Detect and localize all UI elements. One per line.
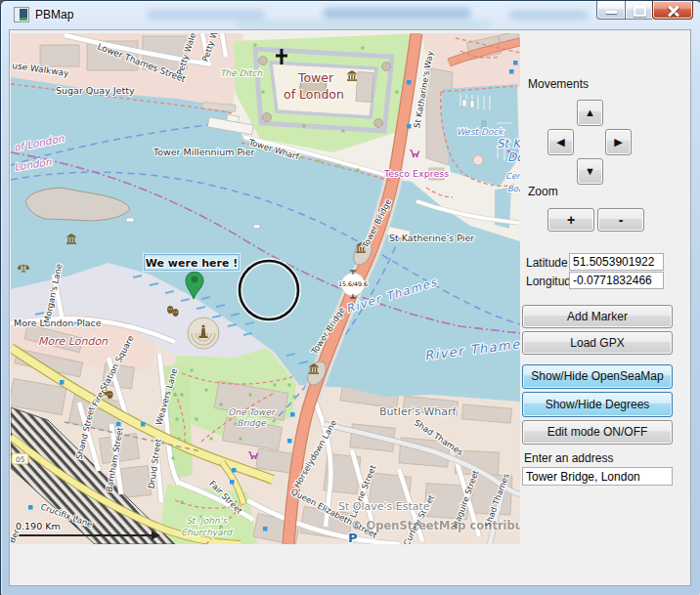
caption-buttons <box>596 1 693 20</box>
map-label-more-london-place: More London Place <box>14 318 102 328</box>
map-label-tower-of-london-2: of London <box>284 87 344 102</box>
aero-glass-blur <box>236 21 490 28</box>
map-label-tesco-express: Tesco Express <box>383 168 449 179</box>
toggle-degrees-button[interactable]: Show/Hide Degrees <box>522 392 673 417</box>
latitude-input[interactable] <box>569 253 664 271</box>
movements-label: Movements <box>528 77 589 91</box>
map-canvas[interactable]: use WalkwayLower Thames StreetPetty Wale… <box>11 33 520 544</box>
map-label-st-katharine-docks-2: Doc <box>507 150 520 164</box>
toggle-openseamap-button[interactable]: Show/Hide OpenSeaMap <box>522 364 673 389</box>
city-hall <box>188 318 219 349</box>
map-label-boa-partial: Boa <box>507 184 520 193</box>
address-input[interactable] <box>522 467 673 486</box>
map-label-marker-tooltip: We were here ! <box>146 257 238 270</box>
aero-glass-blur <box>324 8 470 19</box>
map-label-tower-millennium-pier: Tower Millennium Pier <box>153 147 254 157</box>
map-label-one-tower-bridge-1: One Tower <box>228 407 276 417</box>
close-button[interactable] <box>652 1 693 20</box>
map-label-st-johns-1: St. John's <box>186 516 228 526</box>
address-label: Enter an address <box>524 451 613 465</box>
app-window: PBMap <box>0 0 700 595</box>
move-up-button[interactable]: ▲ <box>577 100 603 126</box>
map-label-bridge-clearance: 15.6/49.6 <box>338 280 368 287</box>
maximize-icon <box>634 6 646 17</box>
window-title: PBMap <box>35 8 73 21</box>
zoom-in-button[interactable]: + <box>547 208 594 232</box>
aero-glass-blur <box>148 10 265 20</box>
zoom-label: Zoom <box>528 185 558 198</box>
map-label-one-tower-bridge-2: Bridge <box>237 418 267 428</box>
map-label-butlers-wharf: Butler's Wharf <box>379 405 458 418</box>
map-label-more-london: More London <box>38 335 109 348</box>
map-label-st-katherines-pier: St Katherine's Pier <box>389 233 474 243</box>
move-down-button[interactable]: ▼ <box>577 158 603 185</box>
map-label-cen-partial: Cen <box>505 171 520 181</box>
map-label-osm-attribution: © OpenStreetMap contributors <box>351 519 520 532</box>
map-label-scale-text: 0.190 Km <box>16 521 61 531</box>
map-label-road-ref: 05 <box>16 455 25 464</box>
move-left-button[interactable]: ◀ <box>547 129 574 155</box>
move-right-button[interactable]: ▶ <box>605 129 632 155</box>
map-label-the-ditch: The Ditch <box>220 68 263 78</box>
map-label-sugar-quay-jetty: Sugar Quay Jetty <box>56 85 135 96</box>
minimize-icon <box>606 11 617 14</box>
map-label-parking: P <box>348 531 358 544</box>
map-label-st-olaves-estate: St Olave's Estate <box>338 500 430 513</box>
add-marker-button[interactable]: Add Marker <box>522 305 673 328</box>
aero-glass-blur <box>509 11 588 20</box>
zoom-out-button[interactable]: - <box>597 208 644 232</box>
longitude-input[interactable] <box>569 272 664 289</box>
map-label-tower-of-london-1: Tower <box>297 70 334 85</box>
map-label-st-katharine-docks-1: St Kath <box>497 137 520 150</box>
edit-mode-button[interactable]: Edit mode ON/OFF <box>522 420 673 445</box>
load-gpx-button[interactable]: Load GPX <box>522 331 673 355</box>
maximize-button[interactable] <box>626 1 652 20</box>
latitude-label: Latitude <box>526 256 568 270</box>
app-window-icon <box>14 7 29 22</box>
map-label-st-johns-2: Churchyard <box>181 528 233 537</box>
map-label-west-dock: West Dock <box>457 127 504 137</box>
minimize-button[interactable] <box>596 1 626 20</box>
